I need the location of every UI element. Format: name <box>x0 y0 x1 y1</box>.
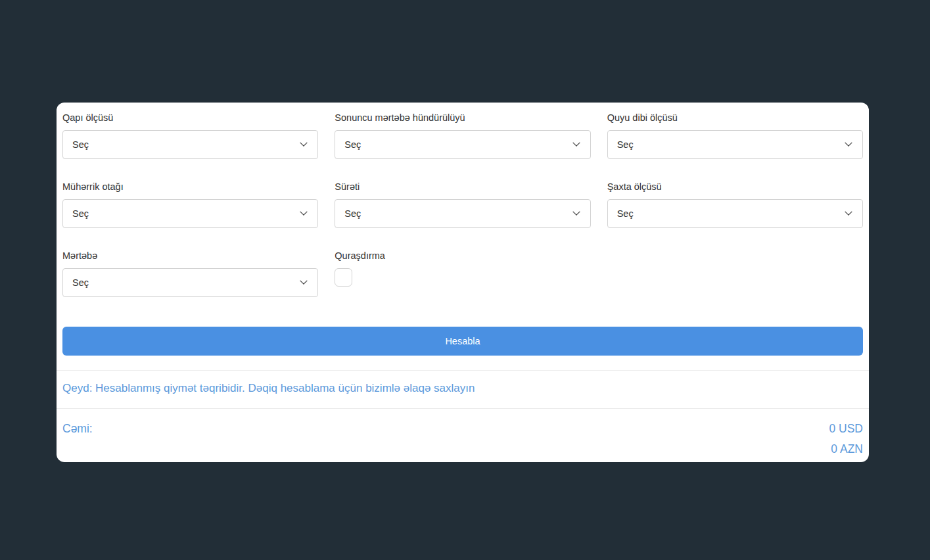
chevron-down-icon <box>572 139 580 147</box>
field-label: Sonuncu mərtəbə hündürülüyü <box>335 112 590 123</box>
field-mertebe: Mərtəbə Seç <box>62 250 318 297</box>
select-value: Seç <box>344 139 361 150</box>
select-sonuncu-mertebe-hundurluyu[interactable]: Seç <box>335 130 590 159</box>
calculator-card: Qapı ölçüsü Seç Sonuncu mərtəbə hündürül… <box>57 103 869 462</box>
page-background: { "form": { "fields": [ { "label": "Qapı… <box>0 0 930 560</box>
select-value: Seç <box>72 139 89 150</box>
field-label: Qapı ölçüsü <box>62 112 318 123</box>
select-muherrik-otagi[interactable]: Seç <box>62 199 318 228</box>
field-label: Mərtəbə <box>62 250 318 261</box>
select-value: Seç <box>617 208 634 219</box>
field-label: Quyu dibi ölçüsü <box>607 112 863 123</box>
empty-cell <box>607 250 863 297</box>
totals-label: Cəmi: <box>62 422 93 436</box>
totals-row: Cəmi: 0 USD 0 AZN <box>62 422 863 456</box>
field-muherrik-otagi: Mühərrik otağı Seç <box>62 181 318 228</box>
select-value: Seç <box>72 208 89 219</box>
field-sureti: Sürəti Seç <box>335 181 590 228</box>
total-azn: 0 AZN <box>829 442 863 456</box>
select-saxta-olcusu[interactable]: Seç <box>607 199 863 228</box>
select-qapi-olcusu[interactable]: Seç <box>62 130 318 159</box>
field-label: Şaxta ölçüsü <box>607 181 863 192</box>
select-quyu-dibi-olcusu[interactable]: Seç <box>607 130 863 159</box>
field-label: Sürəti <box>335 181 590 192</box>
select-value: Seç <box>72 277 89 288</box>
qurasdirma-checkbox[interactable] <box>335 268 352 287</box>
chevron-down-icon <box>572 208 580 216</box>
field-label: Quraşdırma <box>335 250 590 261</box>
hesabla-button[interactable]: Hesabla <box>62 327 863 356</box>
total-usd: 0 USD <box>829 422 863 436</box>
chevron-down-icon <box>845 208 852 216</box>
divider <box>57 408 869 409</box>
chevron-down-icon <box>300 208 308 216</box>
field-saxta-olcusu: Şaxta ölçüsü Seç <box>607 181 863 228</box>
totals-amounts: 0 USD 0 AZN <box>829 422 863 456</box>
chevron-down-icon <box>845 139 852 147</box>
select-sureti[interactable]: Seç <box>335 199 590 228</box>
divider <box>57 370 869 371</box>
field-qurasdirma: Quraşdırma <box>335 250 590 297</box>
field-qapi-olcusu: Qapı ölçüsü Seç <box>62 112 318 159</box>
field-label: Mühərrik otağı <box>62 181 318 192</box>
form-grid: Qapı ölçüsü Seç Sonuncu mərtəbə hündürül… <box>62 112 863 297</box>
field-sonuncu-mertebe-hundurluyu: Sonuncu mərtəbə hündürülüyü Seç <box>335 112 590 159</box>
select-value: Seç <box>344 208 361 219</box>
field-quyu-dibi-olcusu: Quyu dibi ölçüsü Seç <box>607 112 863 159</box>
select-value: Seç <box>617 139 634 150</box>
chevron-down-icon <box>300 139 308 147</box>
select-mertebe[interactable]: Seç <box>62 268 318 297</box>
chevron-down-icon <box>300 277 308 285</box>
note-text: Qeyd: Hesablanmış qiymət təqribidir. Dəq… <box>62 382 863 395</box>
